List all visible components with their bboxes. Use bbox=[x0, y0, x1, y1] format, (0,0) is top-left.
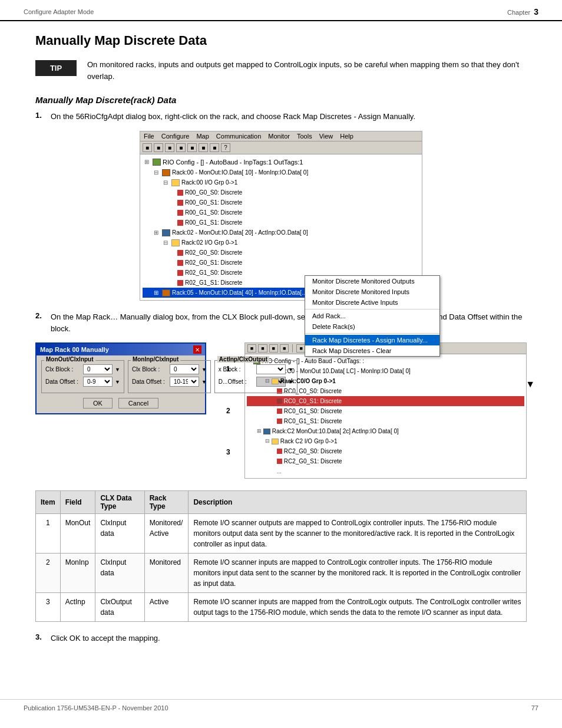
moninp-offset-row: Data Offset : 10-19 ▼ bbox=[132, 377, 207, 387]
r02-g1s1-icon bbox=[177, 280, 183, 286]
tree2-rc0-g1s0[interactable]: RC0_G1_S0: Discrete bbox=[247, 406, 524, 416]
menu-map[interactable]: Map bbox=[196, 133, 209, 140]
step2-left-area: Map Rack 00 Manually ✕ MonOut/ClxInput C… bbox=[35, 342, 212, 479]
side-num-2: 2 bbox=[226, 407, 230, 415]
tree2-rackc2-grp[interactable]: ⊟ Rack C2 I/O Grp 0->1 bbox=[247, 436, 524, 446]
tree-r00-g1s1[interactable]: R00_G1_S1: Discrete bbox=[143, 218, 419, 228]
ctx-divider-2 bbox=[305, 333, 439, 334]
actinp-clxblock-label: x Block : bbox=[219, 366, 254, 373]
tb2-btn3[interactable]: ■ bbox=[269, 344, 278, 353]
toolbar-btn-5[interactable]: ■ bbox=[187, 143, 197, 152]
tree-grp02-label: Rack:02 I/O Grp 0->1 bbox=[181, 238, 237, 248]
toolbar-btn-3[interactable]: ■ bbox=[165, 143, 174, 152]
r00-g1s0-icon bbox=[177, 210, 183, 216]
context-menu: Monitor Discrete Monitored Outputs Monit… bbox=[305, 275, 440, 357]
ctx-rack-map-assign[interactable]: Rack Map Discretes - Assign Manually... bbox=[305, 335, 439, 345]
row2-field: MonInp bbox=[60, 554, 95, 593]
tree2-grpc0-label: Rack:C0/O Grp 0->1 bbox=[280, 376, 336, 386]
r02-g1s0-icon bbox=[177, 270, 183, 276]
tree-r00-g0s0[interactable]: R00_G0_S0: Discrete bbox=[143, 187, 419, 197]
tree2-rc2-g0s1[interactable]: RC2_G0_S1: Discrete bbox=[247, 456, 524, 466]
tree-r00-g1s1-label: R00_G1_S1: Discrete bbox=[185, 218, 242, 228]
tip-label: TIP bbox=[35, 60, 77, 76]
rack00-icon bbox=[162, 169, 170, 176]
row1-rack-type: Monitored/Active bbox=[144, 514, 189, 554]
tree-r00-g1s0-label: R00_G1_S0: Discrete bbox=[185, 207, 242, 218]
tree-rack02-grp[interactable]: ⊟ Rack:02 I/O Grp 0->1 bbox=[143, 238, 419, 248]
tree-rack02[interactable]: ⊞ Rack:02 - MonOut:IO.Data[ 20] - ActInp… bbox=[143, 228, 419, 238]
tree2-rackc2[interactable]: ⊞ Rack:C2 MonOut:10.Data[ 2c] ActInp:IO … bbox=[247, 426, 524, 436]
menu-communication[interactable]: Communication bbox=[216, 133, 261, 140]
dialog-title: Map Rack 00 Manually bbox=[40, 346, 109, 353]
toolbar-btn-7[interactable]: ■ bbox=[210, 143, 219, 152]
toolbar-btn-6[interactable]: ■ bbox=[199, 143, 208, 152]
ctx-monitor-active[interactable]: Monitor Discrete Active Inputs bbox=[305, 297, 439, 308]
tree-r00-g0s1[interactable]: R00_G0_S1: Discrete bbox=[143, 197, 419, 207]
tree-rack02-label: Rack:02 - MonOut:IO.Data[ 20] - ActInp:O… bbox=[172, 228, 308, 238]
tree2-rackc0-grp[interactable]: ⊟ Rack:C0/O Grp 0->1 bbox=[247, 376, 524, 386]
menu-monitor[interactable]: Monitor bbox=[268, 133, 290, 140]
dialog-buttons: OK Cancel bbox=[41, 398, 200, 409]
map-rack-dialog: Map Rack 00 Manually ✕ MonOut/ClxInput C… bbox=[35, 342, 206, 414]
toolbar-btn-2[interactable]: ■ bbox=[154, 143, 163, 152]
ctx-rack-map-clear[interactable]: Rack Map Discretes - Clear bbox=[305, 345, 439, 356]
ctx-monitor-inputs[interactable]: Monitor Discrete Monitored Inputs bbox=[305, 286, 439, 297]
tb2-btn2[interactable]: ■ bbox=[258, 344, 267, 353]
tb2-btn4[interactable]: ■ bbox=[280, 344, 289, 353]
col-clx-type: CLX Data Type bbox=[95, 491, 144, 514]
dialog-close-button[interactable]: ✕ bbox=[193, 345, 201, 354]
actinp-clxblock-select[interactable] bbox=[256, 364, 286, 374]
tree-rack00[interactable]: ⊟ Rack:00 - MonOut:IO.Data[ 10] - MonInp… bbox=[143, 167, 419, 177]
tree2-more: ... bbox=[247, 466, 524, 476]
row2-item: 2 bbox=[36, 554, 61, 593]
menu-tools[interactable]: Tools bbox=[297, 133, 312, 140]
step-1-text: On the 56RioCfgAdpt dialog box, right-cl… bbox=[51, 111, 415, 123]
step-2-text: On the Map Rack… Manually dialog box, fr… bbox=[51, 311, 527, 334]
toolbar-1: ■ ■ ■ ■ ■ ■ ■ ? bbox=[140, 141, 422, 154]
cancel-button[interactable]: Cancel bbox=[118, 398, 158, 409]
tree2-rc2-g0s0[interactable]: RC2_G0_S0: Discrete bbox=[247, 446, 524, 456]
toolbar-btn-1[interactable]: ■ bbox=[143, 143, 152, 152]
actinp-clxblock-row: x Block : ▼ bbox=[219, 364, 293, 374]
row1-field: MonOut bbox=[60, 514, 95, 554]
ctx-delete-rack[interactable]: Delete Rack(s) bbox=[305, 321, 439, 332]
menu-configure[interactable]: Configure bbox=[161, 133, 190, 140]
tree2-rc0-g1s1[interactable]: RC0_G1_S1: Discrete bbox=[247, 416, 524, 426]
col-description: Description bbox=[189, 491, 527, 514]
data-table: Item Field CLX Data Type Rack Type Descr… bbox=[35, 490, 527, 622]
tree-r00-g0s1-label: R00_G0_S1: Discrete bbox=[185, 197, 242, 207]
toolbar-btn-4[interactable]: ■ bbox=[176, 143, 186, 152]
moninp-clxblock-select[interactable]: 0 bbox=[170, 364, 199, 374]
menu-help[interactable]: Help bbox=[340, 133, 353, 140]
table-row-1: 1 MonOut ClxInput data Monitored/Active … bbox=[36, 514, 527, 554]
section-title: Manually Map Discrete Data bbox=[35, 33, 527, 48]
tb2-btn1[interactable]: ■ bbox=[247, 344, 256, 353]
monout-clxblock-select[interactable]: 0 bbox=[83, 364, 113, 374]
row2-description: Remote I/O scanner inputs are mapped to … bbox=[189, 554, 527, 593]
subsection-title: Manually Map Discrete(rack) Data bbox=[35, 95, 527, 105]
ok-button[interactable]: OK bbox=[83, 398, 113, 409]
toolbar-btn-8[interactable]: ? bbox=[221, 143, 230, 152]
menu-view[interactable]: View bbox=[319, 133, 333, 140]
ctx-divider-1 bbox=[305, 309, 439, 309]
tree-grp00-label: Rack:00 I/O Grp 0->1 bbox=[181, 177, 237, 187]
ctx-add-rack[interactable]: Add Rack... bbox=[305, 311, 439, 321]
moninp-offset-select[interactable]: 10-19 bbox=[170, 377, 199, 387]
tree2-rc0-c0s1[interactable]: RC0_C0_S1: Discrete bbox=[247, 396, 524, 406]
monout-offset-select[interactable]: 0-9 bbox=[83, 377, 113, 387]
tree-rack00-grp[interactable]: ⊟ Rack:00 I/O Grp 0->1 bbox=[143, 177, 419, 187]
r00-g0s1-icon bbox=[177, 200, 183, 206]
ctx-monitor-outputs[interactable]: Monitor Discrete Monitored Outputs bbox=[305, 276, 439, 286]
tree-r02-g0s0[interactable]: R02_G0_S0: Discrete bbox=[143, 248, 419, 258]
menu-file[interactable]: File bbox=[144, 133, 154, 140]
root-icon bbox=[153, 159, 161, 166]
rack02-icon bbox=[162, 229, 170, 236]
tree-r02-g0s1-label: R02_G0_S1: Discrete bbox=[185, 258, 242, 268]
tree-r00-g1s0[interactable]: R00_G1_S0: Discrete bbox=[143, 207, 419, 218]
rc2-g0s1-icon bbox=[277, 459, 282, 464]
monout-offset-row: Data Offset : 0-9 ▼ bbox=[45, 377, 120, 387]
tree2-rc2-g0s0-label: RC2_G0_S0: Discrete bbox=[284, 446, 342, 456]
table-row-3: 3 ActInp ClxOutput data Active Remote I/… bbox=[36, 593, 527, 622]
tree-r02-g0s1[interactable]: R02_G0_S1: Discrete bbox=[143, 258, 419, 268]
tree-row-root[interactable]: ⊞ RIO Config - [] - AutoBaud - InpTags:1… bbox=[143, 157, 419, 168]
